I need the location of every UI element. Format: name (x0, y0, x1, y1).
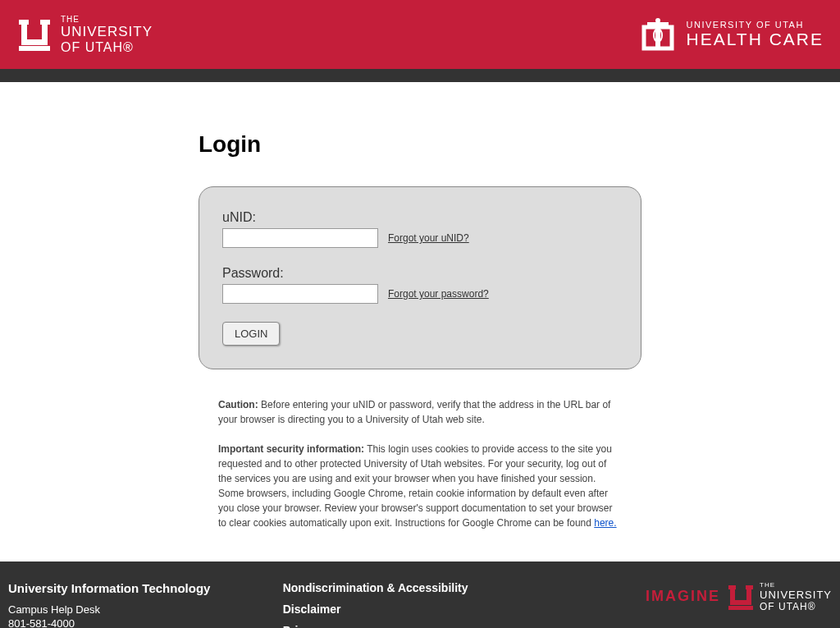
unid-input[interactable] (222, 228, 378, 248)
footer-logo[interactable]: THE UNIVERSITY OF UTAH® (727, 581, 832, 612)
login-button[interactable]: LOGIN (222, 322, 280, 346)
chrome-instructions-link[interactable]: here. (594, 517, 616, 529)
svg-rect-2 (21, 20, 27, 43)
logo-the-text: THE (61, 15, 153, 24)
svg-rect-4 (21, 39, 48, 45)
unid-label: uNID: (222, 210, 618, 225)
svg-rect-7 (647, 22, 669, 25)
healthcare-univ-text: UNIVERSITY OF UTAH (687, 20, 824, 30)
footer-logo-univ: UNIVERSITY (760, 589, 832, 601)
caution-paragraph: Caution: Before entering your uNID or pa… (218, 397, 622, 427)
healthcare-text: HEALTH CARE (687, 30, 824, 49)
footer-uit-heading: University Information Technology (8, 581, 283, 595)
healthcare-logo-right[interactable]: UNIVERSITY OF UTAH HEALTH CARE (637, 14, 824, 55)
svg-rect-3 (42, 20, 48, 43)
forgot-password-link[interactable]: Forgot your password? (388, 288, 489, 300)
header-dark-bar (0, 69, 840, 82)
security-paragraph: Important security information: This log… (218, 442, 622, 530)
forgot-unid-link[interactable]: Forgot your uNID? (388, 232, 469, 244)
footer-logo-utah: OF UTAH® (760, 601, 832, 612)
login-form: uNID: Forgot your uNID? Password: Forgot… (199, 186, 641, 369)
u-logo-icon (16, 16, 52, 53)
privacy-link[interactable]: Privacy (283, 624, 558, 628)
page-title: Login (199, 131, 641, 158)
footer-logo-the: THE (760, 581, 832, 589)
caution-label: Caution: (218, 399, 258, 410)
campus-phone: 801-581-4000 (8, 617, 283, 628)
logo-university-text: UNIVERSITY (61, 24, 153, 40)
security-label: Important security information: (218, 443, 364, 455)
svg-rect-16 (728, 606, 753, 610)
password-input[interactable] (222, 284, 378, 304)
footer-u-logo-icon (727, 583, 755, 611)
disclaimer-link[interactable]: Disclaimer (283, 603, 558, 616)
password-label: Password: (222, 266, 618, 281)
logo-utah-text: OF UTAH® (61, 40, 153, 55)
header-banner: THE UNIVERSITY OF UTAH® UNIVERSITY OF UT… (0, 0, 840, 69)
svg-rect-5 (19, 46, 50, 51)
imagine-text: IMAGINE (646, 581, 720, 605)
healthcare-icon (637, 14, 678, 55)
caution-text: Before entering your uNID or password, v… (218, 399, 610, 425)
main-content: Login uNID: Forgot your uNID? Password: … (0, 82, 840, 562)
university-logo-left[interactable]: THE UNIVERSITY OF UTAH® (16, 15, 153, 55)
footer: University Information Technology Campus… (0, 562, 840, 628)
svg-rect-15 (730, 600, 751, 605)
security-text: This login uses cookies to provide acces… (218, 443, 613, 529)
nondiscrimination-link[interactable]: Nondiscrimination & Accessibility (283, 581, 558, 594)
campus-help-desk-label: Campus Help Desk (8, 603, 283, 616)
